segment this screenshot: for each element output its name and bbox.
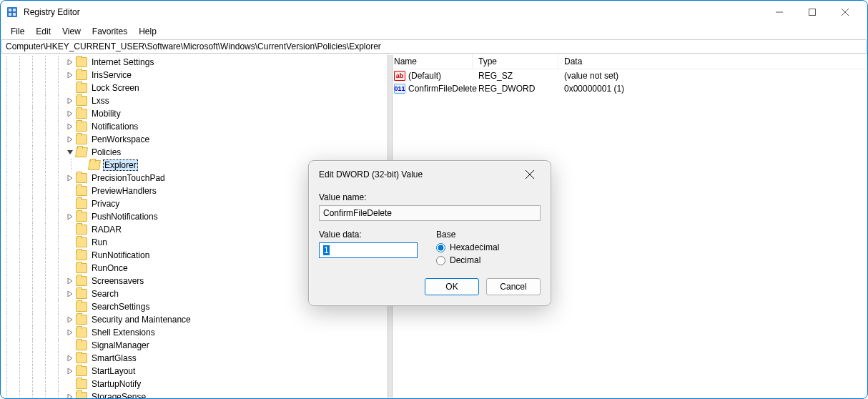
edit-dword-dialog: Edit DWORD (32-bit) Value Value name: Va… [308, 160, 551, 306]
chevron-right-icon[interactable] [65, 59, 75, 65]
list-row[interactable]: 011ConfirmFileDeleteREG_DWORD0x00000001 … [388, 82, 867, 95]
folder-icon [76, 353, 87, 363]
folder-icon [76, 379, 87, 389]
tree-item[interactable]: SignalManager [1, 339, 388, 352]
chevron-right-icon[interactable] [65, 98, 75, 104]
registry-editor-icon [6, 6, 18, 18]
window-controls [763, 1, 862, 24]
folder-icon [76, 57, 87, 67]
tree-item[interactable]: Mobility [1, 107, 388, 120]
chevron-right-icon[interactable] [65, 214, 75, 220]
chevron-down-icon[interactable] [65, 149, 75, 155]
registry-editor-window: Registry Editor FileEditViewFavoritesHel… [0, 0, 868, 399]
tree-item-label: RADAR [90, 225, 123, 235]
base-group: Base Hexadecimal Decimal [436, 230, 499, 265]
folder-icon [76, 237, 87, 247]
cancel-button[interactable]: Cancel [486, 278, 541, 295]
value-type-icon: ab [394, 71, 405, 81]
chevron-right-icon[interactable] [65, 317, 75, 322]
folder-icon [76, 109, 87, 119]
base-label: Base [436, 230, 499, 240]
menu-file[interactable]: File [5, 25, 30, 38]
tree-item-label: Security and Maintenance [90, 315, 192, 325]
list-header: Name Type Data [388, 54, 867, 69]
dialog-close-button[interactable] [519, 164, 541, 185]
menu-favorites[interactable]: Favorites [87, 25, 133, 38]
radio-hexadecimal-input[interactable] [436, 243, 445, 252]
folder-icon [76, 250, 87, 260]
list-row[interactable]: ab(Default)REG_SZ(value not set) [388, 69, 867, 82]
tree-item[interactable]: IrisService [1, 69, 388, 82]
chevron-right-icon[interactable] [65, 368, 75, 374]
svg-rect-3 [9, 13, 11, 16]
chevron-right-icon[interactable] [65, 175, 75, 181]
tree-item[interactable]: StartLayout [1, 365, 388, 378]
svg-rect-4 [13, 13, 16, 16]
folder-icon [76, 302, 87, 312]
tree-item[interactable]: Lxss [1, 94, 388, 107]
chevron-right-icon[interactable] [65, 278, 75, 284]
ok-button[interactable]: OK [425, 278, 479, 295]
folder-icon [76, 173, 87, 183]
folder-icon [76, 276, 87, 286]
minimize-button[interactable] [763, 1, 796, 24]
folder-icon [76, 96, 87, 106]
value-data: (value not set) [564, 71, 618, 81]
menu-help[interactable]: Help [133, 25, 162, 38]
tree-item-label: SignalManager [90, 340, 151, 350]
column-header-data[interactable]: Data [558, 54, 867, 69]
chevron-right-icon[interactable] [65, 124, 75, 129]
tree-item-label: StartLayout [90, 366, 137, 376]
tree-item[interactable]: Notifications [1, 120, 388, 133]
tree-item[interactable]: Security and Maintenance [1, 313, 388, 326]
tree-item[interactable]: Lock Screen [1, 82, 388, 94]
column-header-type[interactable]: Type [473, 54, 558, 69]
chevron-right-icon[interactable] [65, 137, 75, 142]
folder-icon [76, 289, 87, 299]
tree-item-label: IrisService [90, 70, 133, 80]
tree-item[interactable]: StartupNotify [1, 378, 388, 390]
tree-item[interactable]: PenWorkspace [1, 133, 388, 146]
folder-icon [76, 122, 87, 132]
folder-icon [76, 225, 87, 235]
chevron-right-icon[interactable] [65, 72, 75, 78]
address-text: Computer\HKEY_CURRENT_USER\Software\Micr… [6, 41, 381, 51]
radio-decimal[interactable]: Decimal [436, 255, 499, 265]
folder-icon [76, 212, 87, 222]
close-button[interactable] [829, 1, 862, 24]
tree-item-label: PenWorkspace [90, 134, 151, 144]
chevron-right-icon[interactable] [65, 291, 75, 297]
value-data: 0x00000001 (1) [564, 84, 624, 94]
tree-item-label: Privacy [90, 199, 121, 209]
radio-hexadecimal[interactable]: Hexadecimal [436, 242, 499, 252]
tree-item-label: Explorer [103, 159, 138, 171]
value-data-input[interactable]: 1 [319, 242, 418, 258]
tree-item[interactable]: SmartGlass [1, 352, 388, 365]
tree-item[interactable]: StorageSense [1, 390, 388, 398]
menu-view[interactable]: View [56, 25, 87, 38]
chevron-right-icon[interactable] [65, 355, 75, 361]
value-name-input[interactable] [319, 205, 541, 221]
tree-item-label: Internet Settings [90, 57, 155, 67]
radio-decimal-input[interactable] [436, 256, 445, 265]
folder-icon [76, 199, 87, 209]
address-bar[interactable]: Computer\HKEY_CURRENT_USER\Software\Micr… [1, 39, 867, 54]
tree-item-label: RunNotification [90, 250, 151, 260]
chevron-right-icon[interactable] [65, 111, 75, 117]
tree-item-label: Lock Screen [90, 83, 141, 93]
chevron-right-icon[interactable] [65, 394, 75, 398]
chevron-right-icon[interactable] [65, 330, 75, 335]
folder-icon [76, 186, 87, 196]
tree-item-label: Screensavers [90, 276, 145, 286]
tree-item-label: Run [90, 237, 109, 247]
maximize-button[interactable] [796, 1, 829, 24]
tree-item[interactable]: Policies [1, 146, 388, 159]
folder-icon [76, 263, 87, 273]
tree-item-label: PrecisionTouchPad [90, 173, 167, 183]
column-header-name[interactable]: Name [388, 54, 473, 69]
list-body: ab(Default)REG_SZ(value not set)011Confi… [388, 69, 867, 95]
menu-edit[interactable]: Edit [30, 25, 56, 38]
value-name: ConfirmFileDelete [408, 84, 477, 94]
tree-item[interactable]: Shell Extensions [1, 326, 388, 339]
tree-item[interactable]: Internet Settings [1, 56, 388, 69]
